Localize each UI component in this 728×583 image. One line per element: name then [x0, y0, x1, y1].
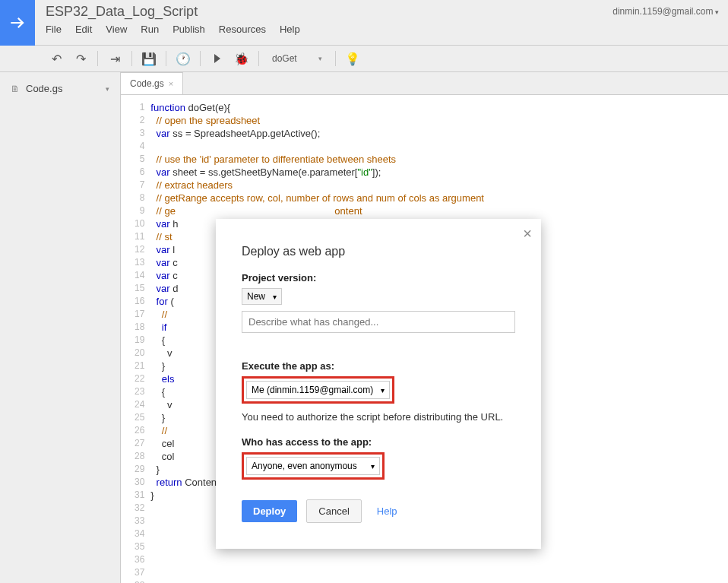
run-button[interactable]	[207, 48, 228, 69]
version-select[interactable]: New	[242, 288, 282, 305]
sidebar-filename: Code.gs	[26, 83, 62, 94]
indent-button[interactable]: ⇥	[104, 48, 125, 69]
debug-button[interactable]: 🐞	[231, 48, 252, 69]
hint-button[interactable]: 💡	[342, 48, 363, 69]
sidebar-file[interactable]: 🗎 Code.gs ▾	[0, 78, 120, 99]
user-account[interactable]: dinmin.1159@gmail.com	[603, 0, 728, 23]
version-label: Project version:	[242, 272, 515, 284]
toolbar: ↶ ↷ ⇥ 💾 🕐 🐞 doGet 💡	[0, 46, 728, 72]
auth-note: You need to authorize the script before …	[242, 411, 515, 423]
separator	[131, 51, 132, 66]
file-icon: 🗎	[11, 84, 20, 94]
menu-resources[interactable]: Resources	[219, 24, 266, 35]
save-button[interactable]: 💾	[138, 48, 160, 69]
access-select[interactable]: Anyone, even anonymous	[246, 457, 380, 475]
access-label: Who has access to the app:	[242, 436, 515, 448]
redo-button[interactable]: ↷	[70, 48, 91, 69]
document-title[interactable]: ESP32_Data_Log_Script	[46, 4, 593, 20]
header: ESP32_Data_Log_Script File Edit View Run…	[0, 0, 728, 46]
highlight-box: Anyone, even anonymous	[242, 452, 385, 480]
separator	[335, 51, 336, 66]
menu-bar: File Edit View Run Publish Resources Hel…	[46, 24, 593, 35]
close-tab-icon[interactable]: ×	[169, 79, 173, 88]
menu-publish[interactable]: Publish	[173, 24, 205, 35]
separator	[97, 51, 98, 66]
deploy-modal: × Deploy as web app Project version: New…	[216, 219, 541, 549]
version-description-input[interactable]	[242, 311, 515, 333]
menu-help[interactable]: Help	[280, 24, 300, 35]
sidebar: 🗎 Code.gs ▾	[0, 72, 120, 583]
deploy-button[interactable]: Deploy	[242, 500, 297, 522]
line-gutter: 1234567891011121314151617181920212223242…	[121, 95, 150, 583]
separator	[258, 51, 259, 66]
chevron-down-icon[interactable]: ▾	[106, 85, 109, 93]
highlight-box: Me (dinmin.1159@gmail.com)	[242, 376, 394, 404]
app-logo[interactable]	[0, 0, 35, 46]
triggers-button[interactable]: 🕐	[173, 48, 194, 69]
menu-edit[interactable]: Edit	[75, 24, 92, 35]
separator	[166, 51, 166, 66]
menu-view[interactable]: View	[106, 24, 127, 35]
tabs: Code.gs ×	[121, 72, 728, 95]
menu-file[interactable]: File	[46, 24, 62, 35]
execute-as-select[interactable]: Me (dinmin.1159@gmail.com)	[246, 381, 390, 399]
arrow-right-icon	[8, 13, 27, 33]
modal-buttons: Deploy Cancel Help	[242, 499, 515, 523]
cancel-button[interactable]: Cancel	[306, 499, 361, 523]
modal-title: Deploy as web app	[242, 245, 515, 258]
play-icon	[214, 54, 220, 63]
tab-label: Code.gs	[130, 78, 164, 89]
menu-run[interactable]: Run	[141, 24, 159, 35]
function-select[interactable]: doGet	[265, 49, 329, 68]
undo-button[interactable]: ↶	[46, 48, 67, 69]
help-link[interactable]: Help	[377, 505, 397, 517]
execute-as-label: Execute the app as:	[242, 360, 515, 372]
separator	[200, 51, 201, 66]
tab-code[interactable]: Code.gs ×	[121, 72, 183, 94]
close-modal-button[interactable]: ×	[523, 225, 532, 242]
